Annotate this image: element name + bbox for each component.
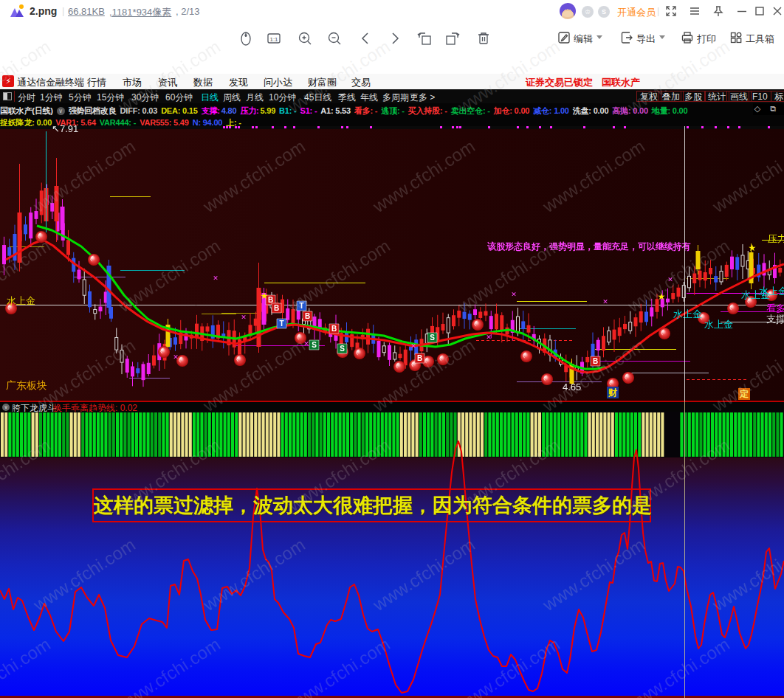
indicator-field: DIFF: 0.03	[120, 106, 158, 115]
mouse-tool-icon[interactable]	[238, 30, 254, 46]
toolbox-button[interactable]: 工具箱	[746, 32, 774, 46]
chart-annotation: 该股形态良好，强势明显，量能充足，可以继续持有	[487, 241, 691, 253]
indicator-field: 强势回档改良	[69, 106, 117, 115]
menu-item-3[interactable]: 资讯	[158, 76, 177, 89]
crosshair-vertical-lower	[684, 401, 685, 698]
menu-item-6[interactable]: 问小达	[264, 76, 292, 89]
menu-item-2[interactable]: 市场	[123, 76, 142, 89]
print-button[interactable]: 打印	[697, 32, 716, 46]
export-button[interactable]: 导出	[636, 32, 656, 46]
indicator-field: 减仓: 1.00	[533, 106, 569, 115]
indicator-row-1: 国联水产(日线)∨强势回档改良DIFF: 0.03DEA: 0.15支撑:4.8…	[0, 103, 753, 115]
tdx-menubar: ⚡ 证券交易已锁定 国联水产 通达信金融终端行情市场资讯数据发现问小达财富圈交易	[0, 74, 784, 89]
collapse-icon[interactable]: ∨	[2, 404, 10, 411]
indicator-field: VAR555: 5.49	[140, 118, 189, 126]
indicator-row-2: 捉妖降龙: 0.00VAR1: 5.64VAR444: -VAR555: 5.4…	[0, 115, 784, 126]
timeframe-5分钟[interactable]: 5分钟	[69, 91, 92, 104]
fullscreen-button[interactable]	[664, 4, 678, 18]
user-avatar[interactable]	[560, 3, 576, 19]
tool-button-标[interactable]: 标	[771, 91, 784, 102]
open-membership-link[interactable]: 开通会员	[617, 6, 656, 19]
rotate-right-button[interactable]	[444, 30, 461, 46]
indicator-field: 买入持股: -	[408, 106, 447, 115]
indicator-field: 卖出空仓: -	[451, 106, 490, 115]
toolbox-icon[interactable]	[729, 31, 743, 44]
indicator-row-icons[interactable]: ◇ ⧉	[754, 104, 780, 114]
crosshair-vertical-upper	[684, 126, 685, 401]
file-dimensions-link[interactable]: ,1181*934像素	[109, 6, 171, 19]
crown-badge-icon[interactable]: ♔	[582, 6, 594, 18]
main-chart	[0, 126, 784, 401]
export-dropdown-caret[interactable]	[659, 35, 665, 39]
indicator-field: 上: -	[226, 118, 241, 126]
edit-dropdown-caret[interactable]	[596, 35, 602, 39]
timeframe-15分钟[interactable]: 15分钟	[97, 91, 124, 104]
menu-item-0[interactable]: 通达信金融终端	[17, 76, 84, 89]
indicator-field: 逃顶: -	[381, 106, 404, 115]
sector-label: 广东板块	[6, 379, 47, 393]
zoom-out-button[interactable]	[326, 30, 343, 46]
delete-button[interactable]	[475, 30, 492, 46]
timeframe-月线[interactable]: 月线	[246, 91, 264, 104]
export-icon[interactable]	[620, 31, 633, 44]
tool-button-复权[interactable]: 复权	[636, 91, 661, 102]
menu-button[interactable]	[688, 4, 701, 18]
menu-item-4[interactable]: 数据	[193, 76, 213, 89]
indicator-field: 看多: -	[354, 106, 377, 115]
tool-button-画线[interactable]: 画线	[726, 91, 752, 102]
s-badge-icon[interactable]: S	[598, 6, 610, 18]
menu-item-8[interactable]: 交易	[351, 76, 371, 89]
tool-button-F10[interactable]: F10	[749, 91, 771, 102]
timeframe-45日线[interactable]: 45日线	[304, 91, 331, 104]
timeframe-分时[interactable]: 分时	[18, 91, 35, 104]
image-viewer-window: 2.png | 66.81KB ,1181*934像素 , 2/13 ♔ S 开…	[0, 0, 784, 698]
previous-image-button[interactable]	[357, 30, 374, 46]
timeframe-日线[interactable]: 日线	[201, 91, 219, 104]
timeframe-30分钟[interactable]: 30分钟	[131, 91, 159, 104]
menu-item-1[interactable]: 行情	[87, 76, 106, 89]
sub-indicator-bar: ∨ 胯下龙虎斗 换手乖离趋势线: 0.02	[0, 401, 784, 412]
timeframe-多周期[interactable]: 多周期	[382, 91, 409, 104]
timeframe-60分钟[interactable]: 60分钟	[165, 91, 193, 104]
next-image-button[interactable]	[387, 30, 403, 46]
indicator-field: DEA: 0.15	[161, 106, 198, 115]
pressure-label: 压力	[768, 232, 784, 246]
file-name: 2.png	[30, 5, 57, 17]
tool-button-多股[interactable]: 多股	[681, 91, 706, 102]
maximize-button[interactable]	[753, 4, 766, 18]
indicator-field: S1: -	[300, 106, 317, 115]
indicator-field: 支撑:	[202, 106, 220, 115]
actual-size-button[interactable]: 1:1	[266, 30, 282, 46]
timeframe-1分钟[interactable]: 1分钟	[40, 91, 63, 104]
indicator-field: 国联水产(日线)	[0, 106, 53, 115]
support-label: 支撑	[766, 313, 784, 326]
chevron-circle-icon[interactable]: ∨	[57, 107, 65, 115]
edit-button[interactable]: 编辑	[574, 32, 593, 46]
zoom-in-button[interactable]	[297, 30, 313, 46]
timeframe-季线[interactable]: 季线	[338, 91, 356, 104]
menu-item-7[interactable]: 财富圈	[308, 76, 337, 89]
tool-button-叠加[interactable]: 叠加	[659, 91, 684, 102]
indicator-field: 洗盘: 0.00	[573, 106, 609, 115]
close-button[interactable]	[771, 4, 784, 18]
pin-button[interactable]	[712, 4, 725, 18]
edit-icon[interactable]	[557, 31, 571, 44]
indicator-field: 压力:	[240, 106, 258, 115]
rotate-left-button[interactable]	[416, 30, 433, 46]
viewer-logo-icon	[9, 4, 27, 18]
panel-toggle-icon[interactable]	[3, 92, 12, 100]
menu-item-5[interactable]: 发现	[229, 76, 248, 89]
print-icon[interactable]	[681, 31, 694, 44]
minimize-button[interactable]	[735, 4, 749, 18]
indicator-field: 4.80	[221, 106, 237, 115]
timeframe-年线[interactable]: 年线	[360, 91, 378, 104]
timeframe-10分钟[interactable]: 10分钟	[269, 91, 296, 104]
shuishangjin-label: 水上金	[7, 294, 35, 308]
timeframe-周线[interactable]: 周线	[223, 91, 241, 104]
timeframe-更多 >[interactable]: 更多 >	[410, 91, 435, 104]
candlestick-chart-canvas	[0, 126, 784, 401]
svg-text:1:1: 1:1	[269, 36, 278, 43]
tool-button-统计[interactable]: 统计	[704, 91, 729, 102]
peak-price-label: ↖7.91	[52, 123, 78, 134]
file-size-link[interactable]: 66.81KB	[68, 6, 105, 17]
